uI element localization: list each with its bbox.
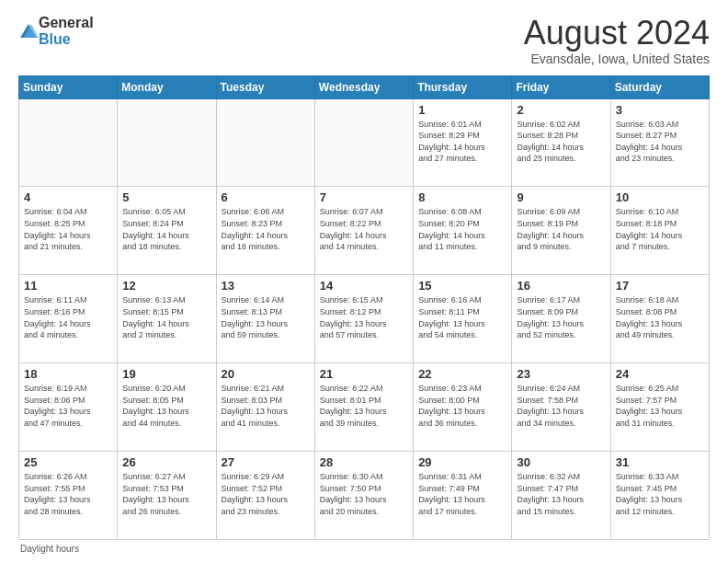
table-row: 13Sunrise: 6:14 AMSunset: 8:13 PMDayligh… (216, 275, 314, 363)
table-row: 10Sunrise: 6:10 AMSunset: 8:18 PMDayligh… (610, 187, 709, 275)
day-number: 8 (418, 190, 506, 204)
table-row: 25Sunrise: 6:26 AMSunset: 7:55 PMDayligh… (19, 452, 118, 540)
table-row: 9Sunrise: 6:09 AMSunset: 8:19 PMDaylight… (512, 187, 610, 275)
table-row: 26Sunrise: 6:27 AMSunset: 7:53 PMDayligh… (118, 452, 216, 540)
location-subtitle: Evansdale, Iowa, United States (524, 52, 710, 66)
calendar-week-row: 25Sunrise: 6:26 AMSunset: 7:55 PMDayligh… (19, 452, 710, 540)
logo-icon (18, 21, 39, 41)
table-row: 21Sunrise: 6:22 AMSunset: 8:01 PMDayligh… (314, 363, 413, 452)
table-row: 30Sunrise: 6:32 AMSunset: 7:47 PMDayligh… (512, 452, 610, 540)
col-saturday: Saturday (610, 75, 709, 98)
table-row: 20Sunrise: 6:21 AMSunset: 8:03 PMDayligh… (216, 363, 314, 452)
calendar-week-row: 1Sunrise: 6:01 AMSunset: 8:29 PMDaylight… (19, 98, 710, 187)
day-info: Sunrise: 6:15 AMSunset: 8:12 PMDaylight:… (320, 294, 408, 340)
day-info: Sunrise: 6:29 AMSunset: 7:52 PMDaylight:… (222, 471, 310, 517)
table-row: 16Sunrise: 6:17 AMSunset: 8:09 PMDayligh… (512, 275, 610, 363)
day-number: 26 (122, 455, 210, 469)
day-info: Sunrise: 6:22 AMSunset: 8:01 PMDaylight:… (320, 383, 408, 429)
day-info: Sunrise: 6:09 AMSunset: 8:19 PMDaylight:… (517, 206, 605, 252)
day-number: 29 (418, 455, 506, 469)
day-number: 14 (320, 279, 408, 293)
day-info: Sunrise: 6:01 AMSunset: 8:29 PMDaylight:… (418, 119, 506, 165)
table-row: 23Sunrise: 6:24 AMSunset: 7:58 PMDayligh… (512, 363, 610, 452)
day-number: 31 (616, 455, 704, 469)
day-number: 11 (24, 279, 112, 293)
table-row: 29Sunrise: 6:31 AMSunset: 7:49 PMDayligh… (414, 452, 512, 540)
table-row: 31Sunrise: 6:33 AMSunset: 7:45 PMDayligh… (610, 452, 709, 540)
day-number: 27 (222, 455, 310, 469)
logo-general: General (39, 15, 94, 30)
day-info: Sunrise: 6:05 AMSunset: 8:24 PMDaylight:… (122, 206, 210, 252)
day-number: 23 (517, 367, 605, 381)
col-friday: Friday (512, 75, 610, 98)
day-number: 9 (517, 190, 605, 204)
month-title: August 2024 (524, 15, 710, 52)
table-row: 24Sunrise: 6:25 AMSunset: 7:57 PMDayligh… (610, 363, 709, 452)
title-block: August 2024 Evansdale, Iowa, United Stat… (524, 15, 710, 66)
logo-blue: Blue (39, 31, 71, 47)
table-row: 2Sunrise: 6:02 AMSunset: 8:28 PMDaylight… (512, 98, 610, 187)
table-row: 6Sunrise: 6:06 AMSunset: 8:23 PMDaylight… (216, 187, 314, 275)
table-row: 3Sunrise: 6:03 AMSunset: 8:27 PMDaylight… (610, 98, 709, 187)
table-row: 15Sunrise: 6:16 AMSunset: 8:11 PMDayligh… (414, 275, 512, 363)
day-number: 30 (517, 455, 605, 469)
col-sunday: Sunday (19, 75, 118, 98)
day-info: Sunrise: 6:17 AMSunset: 8:09 PMDaylight:… (517, 294, 605, 340)
day-number: 19 (122, 367, 210, 381)
day-info: Sunrise: 6:07 AMSunset: 8:22 PMDaylight:… (320, 206, 408, 252)
table-row: 19Sunrise: 6:20 AMSunset: 8:05 PMDayligh… (118, 363, 216, 452)
table-row (19, 98, 118, 187)
day-number: 1 (418, 103, 506, 117)
day-info: Sunrise: 6:02 AMSunset: 8:28 PMDaylight:… (517, 119, 605, 165)
day-info: Sunrise: 6:10 AMSunset: 8:18 PMDaylight:… (616, 206, 704, 252)
day-info: Sunrise: 6:14 AMSunset: 8:13 PMDaylight:… (222, 294, 310, 340)
calendar-week-row: 4Sunrise: 6:04 AMSunset: 8:25 PMDaylight… (19, 187, 710, 275)
calendar-header-row: Sunday Monday Tuesday Wednesday Thursday… (19, 75, 710, 98)
day-info: Sunrise: 6:32 AMSunset: 7:47 PMDaylight:… (517, 471, 605, 517)
day-number: 18 (24, 367, 112, 381)
day-info: Sunrise: 6:11 AMSunset: 8:16 PMDaylight:… (24, 294, 112, 340)
day-number: 5 (122, 190, 210, 204)
calendar-week-row: 11Sunrise: 6:11 AMSunset: 8:16 PMDayligh… (19, 275, 710, 363)
day-info: Sunrise: 6:27 AMSunset: 7:53 PMDaylight:… (122, 471, 210, 517)
day-info: Sunrise: 6:20 AMSunset: 8:05 PMDaylight:… (122, 383, 210, 429)
calendar-table: Sunday Monday Tuesday Wednesday Thursday… (18, 75, 710, 540)
logo: General Blue (18, 15, 94, 48)
day-info: Sunrise: 6:08 AMSunset: 8:20 PMDaylight:… (418, 206, 506, 252)
day-info: Sunrise: 6:13 AMSunset: 8:15 PMDaylight:… (122, 294, 210, 340)
table-row: 18Sunrise: 6:19 AMSunset: 8:06 PMDayligh… (19, 363, 118, 452)
day-info: Sunrise: 6:21 AMSunset: 8:03 PMDaylight:… (222, 383, 310, 429)
day-number: 21 (320, 367, 408, 381)
table-row: 27Sunrise: 6:29 AMSunset: 7:52 PMDayligh… (216, 452, 314, 540)
day-number: 28 (320, 455, 408, 469)
day-info: Sunrise: 6:06 AMSunset: 8:23 PMDaylight:… (222, 206, 310, 252)
table-row: 1Sunrise: 6:01 AMSunset: 8:29 PMDaylight… (414, 98, 512, 187)
table-row: 22Sunrise: 6:23 AMSunset: 8:00 PMDayligh… (414, 363, 512, 452)
table-row (118, 98, 216, 187)
day-number: 17 (616, 279, 704, 293)
table-row: 7Sunrise: 6:07 AMSunset: 8:22 PMDaylight… (314, 187, 413, 275)
day-info: Sunrise: 6:30 AMSunset: 7:50 PMDaylight:… (320, 471, 408, 517)
day-info: Sunrise: 6:19 AMSunset: 8:06 PMDaylight:… (24, 383, 112, 429)
day-info: Sunrise: 6:26 AMSunset: 7:55 PMDaylight:… (24, 471, 112, 517)
footer-note: Daylight hours (18, 544, 710, 554)
day-number: 22 (418, 367, 506, 381)
col-wednesday: Wednesday (314, 75, 413, 98)
table-row: 8Sunrise: 6:08 AMSunset: 8:20 PMDaylight… (414, 187, 512, 275)
day-info: Sunrise: 6:23 AMSunset: 8:00 PMDaylight:… (418, 383, 506, 429)
col-thursday: Thursday (414, 75, 512, 98)
day-info: Sunrise: 6:03 AMSunset: 8:27 PMDaylight:… (616, 119, 704, 165)
day-number: 4 (24, 190, 112, 204)
day-number: 20 (222, 367, 310, 381)
day-info: Sunrise: 6:16 AMSunset: 8:11 PMDaylight:… (418, 294, 506, 340)
header: General Blue August 2024 Evansdale, Iowa… (18, 15, 710, 66)
day-number: 3 (616, 103, 704, 117)
daylight-label: Daylight hours (20, 544, 79, 554)
day-number: 12 (122, 279, 210, 293)
table-row: 14Sunrise: 6:15 AMSunset: 8:12 PMDayligh… (314, 275, 413, 363)
col-monday: Monday (118, 75, 216, 98)
day-number: 16 (517, 279, 605, 293)
table-row (216, 98, 314, 187)
day-info: Sunrise: 6:31 AMSunset: 7:49 PMDaylight:… (418, 471, 506, 517)
day-info: Sunrise: 6:24 AMSunset: 7:58 PMDaylight:… (517, 383, 605, 429)
